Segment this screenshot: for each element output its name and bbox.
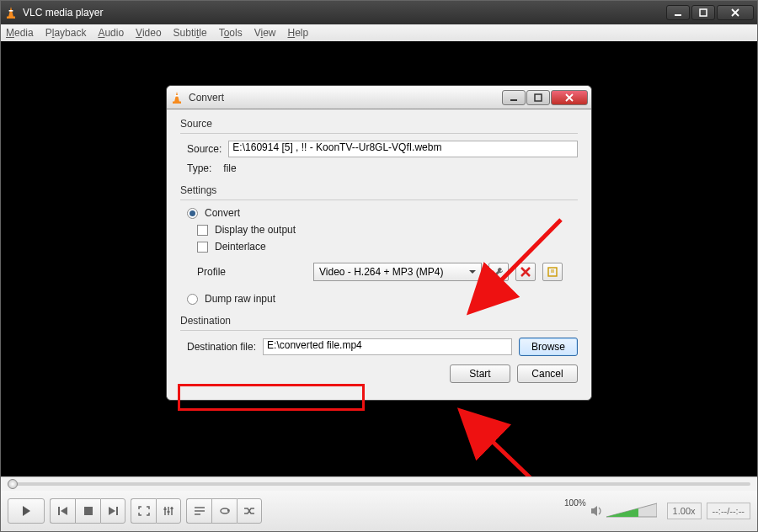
svg-rect-20 — [116, 507, 118, 515]
menu-tools[interactable]: Tools — [219, 27, 243, 39]
svg-rect-16 — [58, 507, 60, 515]
seek-bar[interactable] — [1, 477, 757, 491]
skip-forward-icon — [107, 506, 119, 516]
source-group-label: Source — [180, 118, 578, 130]
deinterlace-checkbox[interactable] — [197, 242, 208, 253]
main-maximize-button[interactable] — [691, 5, 715, 20]
svg-marker-5 — [174, 92, 179, 102]
dialog-maximize-button[interactable] — [526, 90, 550, 105]
menubar: Media Playback Audio Video Subtitle Tool… — [1, 24, 757, 41]
svg-rect-2 — [7, 17, 15, 19]
shuffle-icon — [243, 506, 255, 516]
svg-rect-7 — [173, 101, 181, 104]
dump-raw-label: Dump raw input — [205, 293, 275, 305]
stop-icon — [83, 506, 93, 516]
svg-marker-15 — [23, 506, 30, 516]
playlist-button[interactable] — [186, 498, 211, 524]
playlist-icon — [194, 506, 206, 516]
svg-rect-4 — [700, 9, 707, 16]
new-profile-icon — [547, 266, 558, 278]
shuffle-button[interactable] — [237, 498, 262, 524]
convert-dialog: Convert Source Source: E:\160914 [5] , !… — [166, 85, 592, 401]
menu-audio[interactable]: Audio — [98, 27, 124, 39]
profile-new-button[interactable] — [542, 263, 563, 281]
profile-edit-button[interactable] — [488, 263, 509, 281]
svg-rect-9 — [535, 94, 542, 101]
previous-button[interactable] — [50, 498, 75, 524]
destination-group-label: Destination — [180, 315, 578, 327]
svg-rect-26 — [171, 508, 173, 509]
x-icon — [520, 267, 531, 277]
playback-bar: 100% 1.00x --:--/--:-- — [1, 476, 757, 531]
volume-slider[interactable] — [606, 502, 657, 520]
loop-icon — [219, 506, 231, 516]
menu-media[interactable]: Media — [6, 27, 34, 39]
convert-radio-label: Convert — [205, 207, 240, 219]
vlc-cone-icon — [170, 91, 184, 104]
time-display: --:--/--:-- — [707, 503, 750, 519]
seek-thumb[interactable] — [8, 479, 18, 489]
playback-speed[interactable]: 1.00x — [667, 503, 702, 519]
svg-rect-1 — [9, 10, 13, 12]
dialog-minimize-button[interactable] — [502, 90, 526, 105]
menu-playback[interactable]: Playback — [45, 27, 87, 39]
deinterlace-label: Deinterlace — [215, 241, 266, 253]
dialog-titlebar: Convert — [167, 86, 591, 109]
svg-marker-0 — [8, 7, 13, 17]
main-titlebar: VLC media player — [1, 1, 757, 24]
stop-button[interactable] — [75, 498, 100, 524]
loop-button[interactable] — [211, 498, 237, 524]
display-output-label: Display the output — [215, 224, 296, 236]
profile-delete-button[interactable] — [515, 263, 536, 281]
svg-rect-3 — [675, 14, 681, 16]
wrench-icon — [493, 266, 504, 278]
menu-subtitle[interactable]: Subtitle — [173, 27, 207, 39]
type-value: file — [223, 162, 236, 174]
start-button[interactable]: Start — [450, 364, 510, 383]
cancel-button[interactable]: Cancel — [517, 364, 578, 383]
dialog-title: Convert — [189, 92, 224, 104]
type-label: Type: — [187, 162, 211, 174]
vlc-cone-icon — [4, 6, 18, 19]
speaker-icon — [590, 504, 603, 518]
main-minimize-button[interactable] — [666, 5, 690, 20]
destination-field[interactable]: E:\converted file.mp4 — [263, 338, 512, 355]
main-title: VLC media player — [23, 7, 103, 19]
menu-video[interactable]: Video — [136, 27, 161, 39]
profile-label: Profile — [197, 266, 307, 278]
settings-group-label: Settings — [180, 184, 578, 196]
fullscreen-icon — [138, 506, 150, 516]
play-icon — [20, 505, 32, 517]
volume-percent: 100% — [564, 498, 586, 508]
extended-settings-button[interactable] — [156, 498, 181, 524]
play-button[interactable] — [8, 498, 45, 524]
equalizer-icon — [163, 506, 174, 516]
dialog-close-button[interactable] — [551, 90, 588, 105]
fullscreen-button[interactable] — [131, 498, 156, 524]
menu-help[interactable]: Help — [287, 27, 308, 39]
source-label: Source: — [187, 143, 222, 155]
svg-rect-8 — [510, 99, 517, 101]
destination-label: Destination file: — [187, 341, 256, 353]
convert-radio[interactable] — [187, 208, 198, 219]
display-output-checkbox[interactable] — [197, 225, 208, 236]
svg-marker-31 — [591, 506, 597, 516]
main-close-button[interactable] — [717, 5, 754, 20]
svg-rect-24 — [164, 508, 167, 510]
profile-select-value: Video - H.264 + MP3 (MP4) — [319, 266, 444, 278]
source-field[interactable]: E:\160914 [5] , !! - KoonTV--Ur8GL-VQfI.… — [228, 141, 578, 157]
browse-button[interactable]: Browse — [519, 338, 578, 356]
profile-select[interactable]: Video - H.264 + MP3 (MP4) — [313, 263, 482, 281]
dump-raw-radio[interactable] — [187, 294, 198, 305]
menu-view[interactable]: View — [254, 27, 276, 39]
svg-marker-19 — [109, 507, 115, 515]
skip-back-icon — [57, 506, 69, 516]
svg-rect-25 — [168, 511, 170, 513]
next-button[interactable] — [100, 498, 125, 524]
svg-marker-17 — [61, 507, 67, 515]
svg-rect-6 — [175, 95, 179, 97]
svg-rect-18 — [84, 507, 93, 515]
